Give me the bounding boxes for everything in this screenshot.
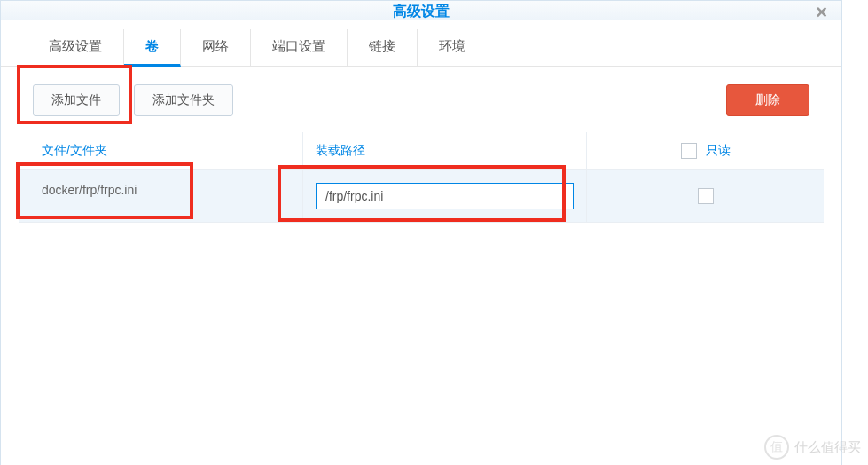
readonly-header-checkbox[interactable]: [681, 143, 697, 159]
table-header: 文件/文件夹 装载路径 只读: [19, 132, 824, 170]
close-icon[interactable]: ×: [816, 1, 827, 24]
volumes-table: 文件/文件夹 装载路径 只读 docker/frp/frpc.ini: [19, 132, 824, 223]
readonly-checkbox[interactable]: [698, 188, 714, 204]
cell-readonly: [586, 170, 824, 222]
tab-env[interactable]: 环境: [418, 29, 487, 66]
empty-area: [1, 223, 841, 465]
tabs: 高级设置 卷 网络 端口设置 链接 环境: [1, 20, 841, 67]
title-bar: 高级设置 ×: [1, 1, 841, 20]
tab-links[interactable]: 链接: [348, 29, 418, 66]
mount-path-input[interactable]: [316, 183, 574, 209]
delete-button[interactable]: 删除: [726, 84, 809, 116]
readonly-label: 只读: [706, 143, 731, 159]
cell-file: docker/frp/frpc.ini: [19, 170, 302, 222]
col-header-path[interactable]: 装载路径: [302, 132, 586, 169]
tab-volume[interactable]: 卷: [124, 29, 181, 67]
watermark-text: 什么值得买: [794, 439, 861, 456]
dialog: 高级设置 × 高级设置 卷 网络 端口设置 链接 环境 添加文件 添加文件夹 删…: [0, 0, 842, 465]
cell-path: [302, 170, 586, 222]
tab-advanced[interactable]: 高级设置: [27, 29, 124, 66]
toolbar: 添加文件 添加文件夹 删除: [1, 67, 841, 132]
watermark: 值 什么值得买: [764, 435, 861, 460]
tab-network[interactable]: 网络: [181, 29, 251, 66]
tab-ports[interactable]: 端口设置: [251, 29, 348, 66]
col-header-readonly: 只读: [586, 132, 824, 169]
add-folder-button[interactable]: 添加文件夹: [134, 84, 233, 116]
add-file-button[interactable]: 添加文件: [33, 84, 120, 116]
dialog-title: 高级设置: [393, 4, 450, 19]
watermark-icon: 值: [764, 435, 789, 460]
table-row[interactable]: docker/frp/frpc.ini: [19, 170, 824, 223]
col-header-file[interactable]: 文件/文件夹: [19, 132, 302, 169]
